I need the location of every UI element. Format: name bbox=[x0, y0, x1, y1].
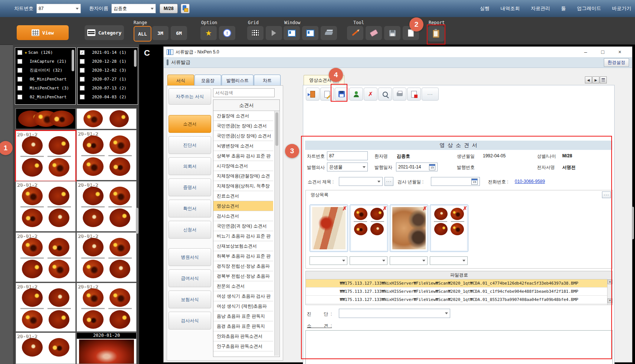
menu-run[interactable]: 실행 bbox=[480, 6, 490, 11]
image-card[interactable]: ✗ bbox=[430, 204, 468, 252]
category-button[interactable]: Category bbox=[85, 25, 124, 40]
document-item[interactable]: 국민연금(귀 장애) 소견서 bbox=[213, 221, 273, 231]
list-item[interactable]: 06_MiniPenChart bbox=[15, 75, 75, 83]
image-type-combo[interactable] bbox=[310, 256, 347, 265]
category-certificate-button[interactable]: 증명서 bbox=[168, 178, 211, 196]
list-item[interactable]: 2020-04-03 (2) bbox=[78, 92, 138, 101]
thumbnail[interactable] bbox=[16, 108, 76, 129]
preview-button[interactable] bbox=[378, 88, 392, 101]
mobile-card-icon[interactable] bbox=[181, 4, 190, 13]
thumbnail-selected[interactable]: 20-01-2 bbox=[15, 130, 76, 182]
document-item[interactable]: 하복부 초음파 검사 표준 판 bbox=[213, 251, 273, 261]
checkbox[interactable] bbox=[80, 86, 85, 91]
view-button[interactable]: View bbox=[17, 25, 69, 40]
list-item[interactable]: MiniPenChart (3) bbox=[15, 83, 75, 92]
checkbox[interactable] bbox=[17, 86, 22, 91]
more-button[interactable]: ··· bbox=[422, 88, 439, 101]
file-path-row[interactable]: ₩₩175.113.127.133₩NixHISServer₩FileView₩… bbox=[306, 296, 612, 304]
document-item[interactable]: 진료소견서 bbox=[213, 191, 273, 201]
exit-button[interactable] bbox=[306, 88, 320, 101]
checkbox[interactable] bbox=[80, 59, 85, 64]
list-item[interactable]: ★ Scan (126) bbox=[15, 48, 75, 57]
delete-button[interactable]: ✗ bbox=[364, 88, 377, 101]
menu-tools[interactable]: 툴 bbox=[561, 6, 566, 11]
document-item[interactable]: 경복부 전립선·정낭 초음파 bbox=[213, 271, 273, 281]
document-item[interactable]: 상복부 초음파 검사 표준 판 bbox=[213, 151, 273, 161]
image-type-combo[interactable] bbox=[350, 256, 387, 265]
checkbox[interactable] bbox=[17, 50, 22, 55]
image-list-more-button[interactable]: ··· bbox=[602, 191, 611, 198]
category-insurance-forms-button[interactable]: 보험서식 bbox=[168, 291, 211, 308]
chart-number-input[interactable]: 87 bbox=[327, 151, 368, 160]
image-card[interactable]: ✗ bbox=[350, 204, 388, 252]
thumbnail[interactable]: 20-01-2 bbox=[76, 130, 137, 180]
menu-upgrade[interactable]: 업그레이드 bbox=[577, 6, 601, 11]
window-layout-button-2[interactable] bbox=[302, 26, 318, 40]
document-item[interactable]: 뇌병변장애 소견서 bbox=[213, 141, 273, 151]
document-list-scrollbar[interactable] bbox=[274, 111, 279, 356]
thumbnail[interactable]: 20-01-2 bbox=[76, 283, 137, 332]
scroll-up-icon[interactable]: ▲ bbox=[608, 279, 612, 284]
tab-collection[interactable]: 모음장 bbox=[194, 75, 221, 86]
checkbox-checked[interactable]: ✓ bbox=[80, 50, 85, 55]
info-option-button[interactable]: ! bbox=[219, 26, 235, 40]
scrollbar-thumb[interactable] bbox=[72, 50, 74, 71]
grid-layout-button[interactable] bbox=[247, 26, 264, 40]
remove-image-icon[interactable]: ✗ bbox=[382, 205, 387, 212]
tab-scroll-right-button[interactable]: ▶ bbox=[592, 76, 599, 83]
edit-button[interactable] bbox=[320, 88, 334, 101]
range-3m-button[interactable]: 3M bbox=[152, 26, 168, 40]
document-item[interactable]: 검사소견서 bbox=[213, 211, 273, 221]
eraser-tool-button[interactable] bbox=[366, 26, 382, 40]
document-item[interactable]: 여성 생식기 (제한)초음파 bbox=[213, 301, 273, 311]
favorite-option-button[interactable]: ★ bbox=[200, 26, 217, 40]
document-item[interactable]: 시각장애소견서 bbox=[213, 161, 273, 171]
checkbox[interactable] bbox=[80, 95, 85, 99]
image-card[interactable]: ✗ bbox=[310, 204, 348, 252]
list-item[interactable]: InkCapture (21) bbox=[15, 57, 75, 66]
category-benefit-forms-button[interactable]: 급여서식 bbox=[168, 269, 211, 287]
category-exam-forms-button[interactable]: 검사서식 bbox=[168, 312, 211, 329]
checkbox[interactable] bbox=[17, 77, 22, 82]
document-item[interactable]: 지체장애용(관절장애) 소견 bbox=[213, 171, 273, 181]
issue-date-input[interactable]: 2021-01-14 15 bbox=[396, 163, 438, 171]
category-referral-button[interactable]: 의뢰서 bbox=[168, 157, 211, 175]
menu-data-mgmt[interactable]: 자료관리 bbox=[531, 6, 550, 11]
pen-tool-button[interactable] bbox=[347, 26, 363, 40]
remove-image-icon[interactable]: ✗ bbox=[422, 205, 427, 212]
checkbox[interactable] bbox=[17, 59, 22, 64]
document-item[interactable]: 비뇨기 초음파 검사 표준 판 bbox=[213, 231, 273, 241]
category-favorites-button[interactable]: 자주쓰는 서식 bbox=[168, 88, 211, 105]
thumbnail[interactable]: 20-01-2 bbox=[16, 332, 76, 364]
image-type-combo[interactable] bbox=[430, 256, 468, 265]
list-item[interactable]: 2020-07-27 (1) bbox=[78, 75, 138, 83]
document-item[interactable]: 경직장 전립선·정낭 초음파 bbox=[213, 261, 273, 271]
range-6m-button[interactable]: 6M bbox=[171, 26, 187, 40]
image-type-combo[interactable] bbox=[390, 256, 428, 265]
tab-list-button[interactable] bbox=[600, 76, 607, 83]
document-item[interactable]: 국민연금(눈 장애) 소견서 bbox=[213, 121, 273, 131]
save-button[interactable] bbox=[335, 88, 348, 101]
list-item[interactable]: ✓ 2021-01-14 (1) bbox=[78, 48, 138, 57]
list-item[interactable]: 2020-12-28 (1) bbox=[78, 57, 138, 66]
document-item[interactable]: 음낭 초음파 표준 판독지 bbox=[213, 311, 273, 321]
category-confirmation-button[interactable]: 확인서 bbox=[168, 200, 211, 217]
checkbox[interactable] bbox=[80, 77, 85, 82]
sex-age-badge[interactable]: M/28 bbox=[160, 4, 178, 13]
list-item[interactable]: 2020-07-13 (2) bbox=[78, 83, 138, 92]
subject-combo[interactable] bbox=[339, 177, 383, 186]
file-path-row[interactable]: ₩₩175.113.127.133₩NixHISServer₩FileView₩… bbox=[306, 288, 612, 296]
maximize-button[interactable]: □ bbox=[597, 48, 608, 56]
phone-value[interactable]: 010-3066-9589 bbox=[515, 179, 545, 184]
document-item[interactable]: 안구초음파 판독소견서 bbox=[213, 341, 273, 351]
tab-form[interactable]: 서식 bbox=[167, 75, 194, 86]
checkbox[interactable] bbox=[17, 95, 22, 99]
thumbnail[interactable]: 20-01-2 bbox=[76, 181, 137, 232]
category-hospital-forms-button[interactable]: 병원서식 bbox=[168, 248, 211, 266]
save-tool-button[interactable] bbox=[384, 26, 400, 40]
file-path-row-selected[interactable]: ₩₩175.113.127.133₩NixHISServer₩FileView₩… bbox=[306, 279, 612, 288]
dialog-title-bar[interactable]: 서류발급 - NixPen 5.0 – □ × bbox=[164, 47, 632, 58]
checkbox[interactable] bbox=[80, 68, 85, 73]
document-item[interactable]: 국민연금(신장 장애) 소견서 bbox=[213, 131, 273, 141]
patient-name-combo[interactable]: 김종호 bbox=[111, 4, 156, 13]
